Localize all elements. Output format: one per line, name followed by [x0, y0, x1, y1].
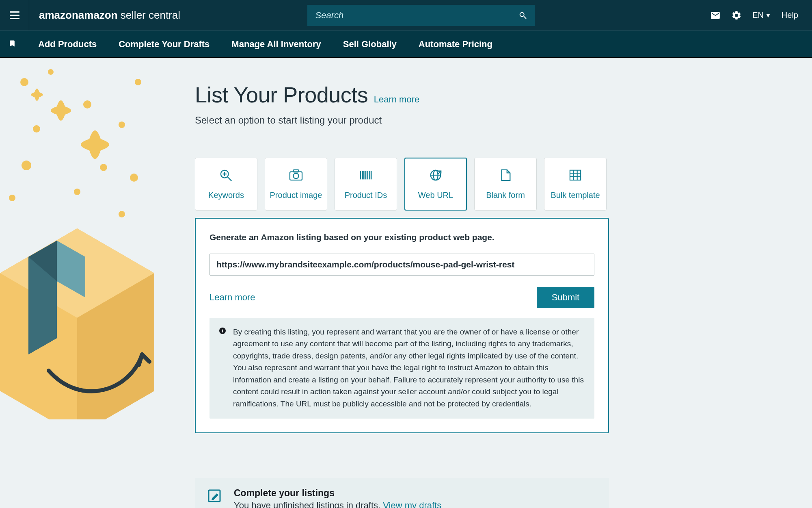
option-web-url[interactable]: Web URL	[404, 158, 467, 211]
topbar-right: EN ▼ Help	[710, 10, 812, 21]
help-link[interactable]: Help	[782, 11, 798, 20]
banner-text: Complete your listings You have unfinish…	[234, 488, 441, 508]
search-icon	[518, 11, 527, 20]
settings-button[interactable]	[731, 10, 742, 21]
content: List Your Products Learn more Select an …	[0, 58, 812, 508]
brand-logo[interactable]: amazonamazon seller central	[39, 9, 180, 22]
option-label: Web URL	[418, 191, 453, 200]
option-label: Product image	[270, 191, 322, 200]
camera-icon	[288, 169, 304, 183]
option-keywords[interactable]: Keywords	[195, 158, 257, 211]
svg-line-19	[227, 176, 231, 180]
globe-icon	[428, 169, 443, 183]
nav-complete-drafts[interactable]: Complete Your Drafts	[119, 39, 209, 50]
language-selector[interactable]: EN ▼	[752, 11, 771, 20]
brand-first: amazonamazon	[39, 9, 118, 22]
svg-point-7	[100, 164, 107, 171]
svg-point-4	[9, 195, 15, 201]
option-product-ids[interactable]: Product IDs	[335, 158, 397, 211]
svg-marker-14	[77, 273, 154, 419]
svg-marker-12	[0, 228, 154, 419]
learn-more-top[interactable]: Learn more	[374, 94, 420, 104]
svg-point-0	[20, 78, 28, 86]
banner-title: Complete your listings	[234, 488, 441, 499]
topbar: amazonamazon seller central EN ▼ Help	[0, 0, 812, 31]
hamburger-icon	[10, 15, 19, 16]
search-button[interactable]	[511, 5, 535, 26]
panel-row: Learn more Submit	[209, 287, 594, 308]
svg-point-8	[130, 174, 138, 182]
hamburger-menu-button[interactable]	[0, 0, 29, 31]
decorative-illustration	[0, 54, 175, 419]
url-input[interactable]	[209, 254, 594, 276]
nav-manage-inventory[interactable]: Manage All Inventory	[231, 39, 321, 50]
brand-second: seller central	[121, 9, 180, 22]
svg-point-1	[48, 69, 54, 75]
legal-notice: i By creating this listing, you represen…	[209, 318, 594, 419]
bookmark-icon[interactable]	[8, 38, 16, 50]
messages-button[interactable]	[710, 10, 721, 21]
title-row: List Your Products Learn more	[195, 82, 609, 107]
legal-notice-text: By creating this listing, you represent …	[233, 326, 585, 410]
banner-subtext: You have unfinished listings in drafts. …	[234, 500, 441, 508]
svg-marker-13	[0, 228, 154, 318]
nav-automate-pricing[interactable]: Automate Pricing	[419, 39, 492, 50]
option-label: Product IDs	[345, 191, 387, 200]
option-blank-form[interactable]: Blank form	[474, 158, 537, 211]
listing-option-cards: Keywords Product image Product IDs Web U…	[195, 158, 609, 211]
view-drafts-link[interactable]: View my drafts	[383, 500, 441, 508]
search-input[interactable]	[307, 5, 535, 26]
search-zoom-icon	[218, 169, 234, 183]
chevron-down-icon: ▼	[765, 12, 771, 19]
option-label: Blank form	[486, 191, 525, 200]
svg-point-6	[119, 122, 125, 128]
gear-icon	[731, 10, 742, 21]
svg-point-5	[83, 100, 91, 109]
mail-icon	[710, 10, 721, 21]
file-icon	[498, 169, 513, 183]
svg-point-23	[293, 173, 298, 178]
learn-more-panel[interactable]: Learn more	[209, 292, 255, 303]
page-subtitle: Select an option to start listing your p…	[195, 115, 609, 126]
language-label: EN	[752, 11, 764, 20]
search-wrap	[307, 5, 535, 26]
info-icon: i	[219, 328, 226, 334]
option-bulk-template[interactable]: Bulk template	[544, 158, 607, 211]
web-url-panel: Generate an Amazon listing based on your…	[195, 218, 609, 433]
svg-point-2	[33, 125, 40, 132]
submit-button[interactable]: Submit	[537, 287, 594, 308]
banner-subtext-static: You have unfinished listings in drafts.	[234, 500, 380, 508]
secondary-nav: Add Products Complete Your Drafts Manage…	[0, 31, 812, 58]
nav-add-products[interactable]: Add Products	[38, 39, 97, 50]
edit-document-icon	[206, 488, 222, 506]
svg-point-11	[119, 211, 125, 217]
option-product-image[interactable]: Product image	[265, 158, 327, 211]
barcode-icon	[358, 169, 374, 183]
main-column: List Your Products Learn more Select an …	[195, 82, 609, 508]
panel-description: Generate an Amazon listing based on your…	[209, 232, 594, 242]
svg-point-3	[22, 161, 31, 170]
svg-point-9	[74, 189, 80, 195]
drafts-banner: Complete your listings You have unfinish…	[195, 478, 609, 508]
page-title: List Your Products	[195, 82, 368, 107]
grid-icon	[568, 169, 583, 183]
svg-point-10	[135, 79, 141, 85]
svg-rect-36	[570, 170, 581, 180]
svg-marker-15	[28, 241, 57, 354]
svg-marker-16	[57, 241, 85, 297]
nav-sell-globally[interactable]: Sell Globally	[343, 39, 397, 50]
svg-marker-17	[28, 257, 57, 354]
option-label: Keywords	[208, 191, 244, 200]
option-label: Bulk template	[551, 191, 600, 200]
svg-rect-24	[293, 169, 298, 172]
